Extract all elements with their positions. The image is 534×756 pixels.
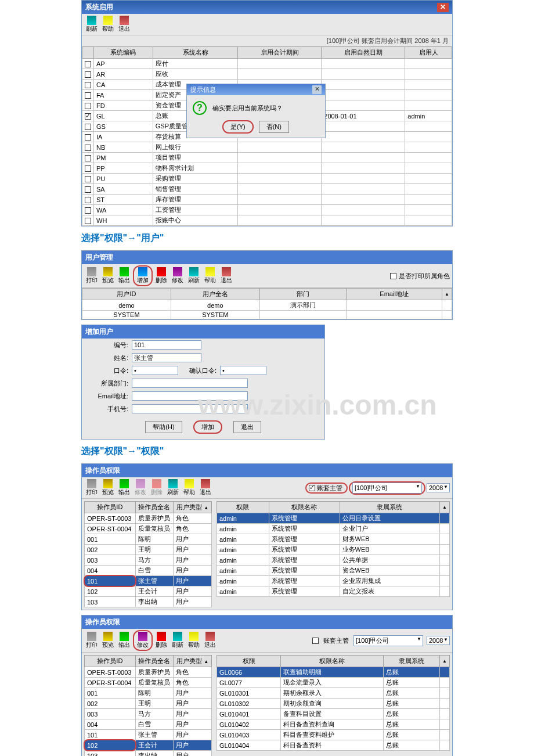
- id-field[interactable]: [132, 340, 201, 350]
- exit-button[interactable]: 退出: [117, 15, 132, 34]
- password-confirm-field[interactable]: [220, 366, 266, 375]
- master-checkbox[interactable]: [309, 485, 315, 491]
- company-select[interactable]: [100]甲公司: [352, 483, 422, 494]
- table-row[interactable]: 103李出纳用户: [85, 751, 212, 757]
- print-button[interactable]: 打印: [84, 267, 99, 285]
- row-checkbox[interactable]: [85, 113, 91, 120]
- add-button[interactable]: 增加: [135, 267, 150, 285]
- phone-field[interactable]: [132, 404, 248, 413]
- exit-button[interactable]: 退出: [198, 478, 213, 497]
- email-field[interactable]: [132, 391, 248, 401]
- export-button[interactable]: 输出: [117, 631, 132, 650]
- help-button[interactable]: 帮助: [182, 478, 197, 497]
- table-row[interactable]: GL010402科目备查资料查询总账: [217, 719, 450, 730]
- table-row[interactable]: OPER-ST-0004质量复核员角色: [85, 678, 212, 688]
- table-row[interactable]: OPER-ST-0003质量养护员角色: [85, 667, 212, 678]
- edit-button[interactable]: 修改: [170, 267, 185, 285]
- table-row[interactable]: GL010301期初余额录入总账: [217, 688, 450, 699]
- row-checkbox[interactable]: [85, 124, 91, 130]
- exit-button[interactable]: 退出: [203, 631, 218, 650]
- table-row[interactable]: 101张主管用户: [85, 576, 212, 586]
- table-row[interactable]: admin系统管理财务WEB: [217, 534, 450, 545]
- table-row[interactable]: WH报账中心: [82, 215, 452, 226]
- edit-button[interactable]: 修改: [135, 631, 150, 650]
- table-row[interactable]: 002王明用户: [85, 699, 212, 709]
- scroll-up-icon[interactable]: ▲: [440, 656, 450, 667]
- row-checkbox[interactable]: [85, 61, 91, 67]
- table-row[interactable]: 001陈明用户: [85, 534, 212, 545]
- table-row[interactable]: demodemo演示部门: [82, 300, 452, 311]
- table-row[interactable]: AP应付: [82, 59, 452, 69]
- help-button[interactable]: 帮助(H): [145, 421, 182, 433]
- refresh-button[interactable]: 刷新: [84, 15, 99, 34]
- row-checkbox[interactable]: [85, 186, 91, 193]
- export-button[interactable]: 输出: [117, 478, 132, 497]
- scroll-up-icon[interactable]: ▲: [442, 289, 452, 300]
- table-row[interactable]: GL0077现金流量录入总账: [217, 678, 450, 688]
- name-field[interactable]: [132, 353, 201, 362]
- table-row[interactable]: GL010302期初余额查询总账: [217, 699, 450, 709]
- no-button[interactable]: 否(N): [259, 121, 289, 133]
- export-button[interactable]: 输出: [117, 267, 132, 285]
- row-checkbox[interactable]: [85, 145, 91, 151]
- exit-button[interactable]: 退出: [233, 421, 261, 433]
- master-checkbox[interactable]: [312, 638, 319, 644]
- table-row[interactable]: SYSTEMSYSTEM: [82, 311, 452, 319]
- table-row[interactable]: NB网上银行: [82, 142, 452, 153]
- table-row[interactable]: 004白雪用户: [85, 566, 212, 576]
- company-select[interactable]: [100]甲公司: [353, 635, 423, 646]
- scroll-up-icon[interactable]: ▲: [440, 502, 450, 513]
- row-checkbox[interactable]: [85, 103, 91, 109]
- row-checkbox[interactable]: [85, 218, 91, 224]
- table-row[interactable]: WA工资管理: [82, 205, 452, 215]
- row-checkbox[interactable]: [85, 176, 91, 182]
- table-row[interactable]: 003马方用户: [85, 555, 212, 566]
- row-checkbox[interactable]: [85, 155, 91, 161]
- print-button[interactable]: 打印: [84, 631, 99, 650]
- table-row[interactable]: 002王明用户: [85, 545, 212, 555]
- table-row[interactable]: GL010403科目备查资料维护总账: [217, 730, 450, 740]
- table-row[interactable]: OPER-ST-0003质量养护员角色: [85, 513, 212, 524]
- table-row[interactable]: admin系统管理公共单据: [217, 555, 450, 566]
- year-select[interactable]: 2008: [427, 636, 450, 645]
- refresh-button[interactable]: 刷新: [170, 631, 185, 650]
- exit-button[interactable]: 退出: [219, 267, 234, 285]
- table-row[interactable]: AR应收: [82, 69, 452, 80]
- table-row[interactable]: PM项目管理: [82, 153, 452, 163]
- table-row[interactable]: SA销售管理: [82, 184, 452, 195]
- table-row[interactable]: 001陈明用户: [85, 688, 212, 699]
- refresh-button[interactable]: 刷新: [165, 478, 181, 497]
- table-row[interactable]: PP物料需求计划: [82, 163, 452, 174]
- password-field[interactable]: [132, 366, 178, 375]
- row-checkbox[interactable]: [85, 165, 91, 172]
- delete-button[interactable]: 删除: [154, 267, 169, 285]
- print-button[interactable]: 打印: [84, 478, 99, 497]
- row-checkbox[interactable]: [85, 92, 91, 99]
- row-checkbox[interactable]: [85, 134, 91, 141]
- add-button[interactable]: 增加: [194, 421, 222, 433]
- table-row[interactable]: 102王会计用户: [85, 586, 212, 597]
- delete-button[interactable]: 删除: [154, 631, 169, 650]
- table-row[interactable]: admin系统管理资金WEB: [217, 566, 450, 576]
- close-icon[interactable]: ✕: [437, 3, 449, 12]
- preview-button[interactable]: 预览: [100, 478, 116, 497]
- table-row[interactable]: 004白雪用户: [85, 719, 212, 730]
- help-button[interactable]: 帮助: [203, 267, 218, 285]
- row-checkbox[interactable]: [85, 197, 91, 203]
- yes-button[interactable]: 是(Y): [223, 121, 253, 133]
- table-row[interactable]: admin系统管理业务WEB: [217, 545, 450, 555]
- table-row[interactable]: admin系统管理公用目录设置: [217, 513, 450, 524]
- preview-button[interactable]: 预览: [100, 631, 116, 650]
- table-row[interactable]: 101张主管用户: [85, 730, 212, 740]
- table-row[interactable]: PU采购管理: [82, 174, 452, 184]
- close-icon[interactable]: ✕: [312, 85, 322, 94]
- help-button[interactable]: 帮助: [100, 15, 116, 34]
- table-row[interactable]: admin系统管理企业门户: [217, 524, 450, 534]
- table-row[interactable]: 003马方用户: [85, 709, 212, 719]
- year-select[interactable]: 2008: [427, 483, 450, 492]
- print-role-checkbox[interactable]: [390, 273, 396, 279]
- row-checkbox[interactable]: [85, 207, 91, 214]
- row-checkbox[interactable]: [85, 82, 91, 88]
- table-row[interactable]: admin系统管理企业应用集成: [217, 576, 450, 586]
- table-row[interactable]: 103李出纳用户: [85, 597, 212, 607]
